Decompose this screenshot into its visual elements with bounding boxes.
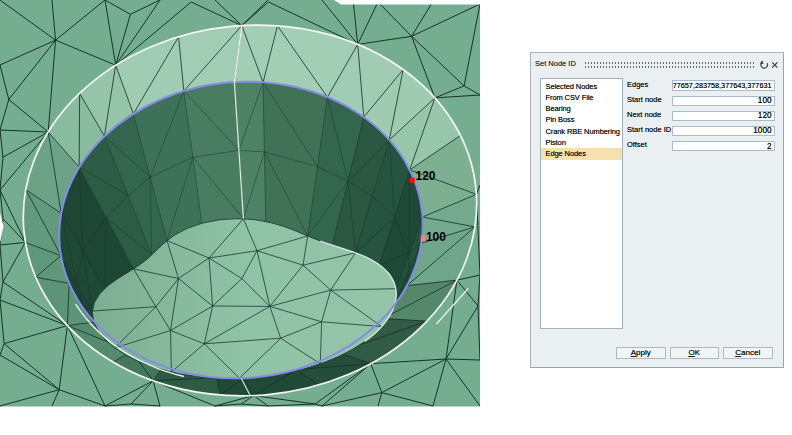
svg-text:100: 100: [426, 230, 446, 244]
svg-text:120: 120: [416, 169, 436, 183]
